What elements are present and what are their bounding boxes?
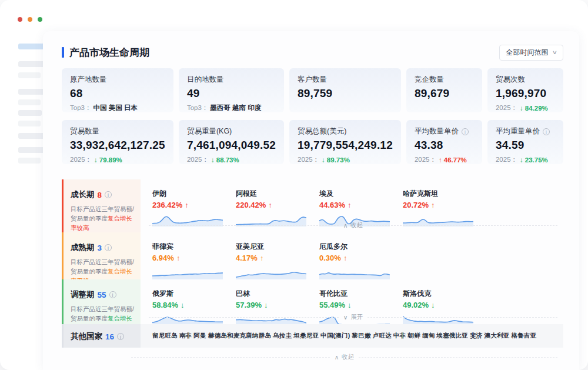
- arrow-up-icon: ↑: [268, 201, 272, 209]
- collapse-toggle[interactable]: ∧收起: [330, 353, 359, 361]
- stat-card-avg-quantity-price: 平均数量单价i 43.38 2025：↑46.77%: [406, 120, 482, 164]
- stat-card-trade-weight: 贸易重量(KG) 7,461,094,049.52 2025：↓88.73%: [179, 120, 284, 164]
- arrow-down-icon: ↓: [211, 156, 215, 164]
- window-minimize-button[interactable]: [28, 17, 32, 22]
- window-zoom-button[interactable]: [38, 17, 42, 22]
- dashboard-panel: 产品市场生命周期 全部时间范围 ∨ 原产地数量 68 Top3：中国 美国 日本…: [43, 31, 579, 370]
- stage-label-adjustment: 调整期 55 i 目标产品近三年贸易额/贸易量的季度复合增长率呈负: [62, 279, 141, 324]
- arrow-down-icon: ↓: [94, 156, 98, 164]
- stage-row-growth: 成长期 8 i 目标产品近三年贸易额/贸易量的季度复合增长率较高 伊朗 236.…: [62, 179, 563, 232]
- title-accent-bar: [62, 47, 64, 58]
- stat-card-competitor-count: 竞企数量 89,679: [406, 68, 482, 112]
- stage-charts-maturity: 菲律宾 6.94%↑ 亚美尼亚 4.17%↑ 厄瓜多尔 0.30%↑: [141, 232, 563, 279]
- arrow-down-icon: ↓: [348, 301, 352, 309]
- collapse-divider: ∧收起: [149, 221, 557, 229]
- sidebar-item[interactable]: [18, 121, 41, 126]
- sidebar-item[interactable]: [18, 110, 42, 116]
- stage-row-maturity: 成熟期 3 i 目标产品近三年贸易额/贸易量的季度复合增长率平稳 菲律宾 6.9…: [62, 232, 563, 279]
- chevron-up-icon: ∧: [343, 222, 348, 229]
- arrow-up-icon: ↑: [348, 201, 352, 209]
- arrow-down-icon: ↓: [181, 301, 185, 309]
- country-trend-armenia[interactable]: 亚美尼亚 4.17%↑: [236, 242, 319, 279]
- sidebar-item[interactable]: [18, 89, 45, 95]
- stage-count: 8: [98, 191, 102, 199]
- app-window: 产品市场生命周期 全部时间范围 ∨ 原产地数量 68 Top3：中国 美国 日本…: [0, 0, 588, 370]
- window-controls: [18, 17, 42, 22]
- sparkline-chart: [152, 264, 223, 279]
- stats-grid: 原产地数量 68 Top3：中国 美国 日本 目的地数量 49 Top3：墨西哥…: [62, 68, 563, 164]
- arrow-up-icon: ↑: [176, 254, 181, 262]
- arrow-down-icon: ↓: [264, 301, 268, 309]
- page-title: 产品市场生命周期: [62, 46, 149, 59]
- lifecycle-section: 成长期 8 i 目标产品近三年贸易额/贸易量的季度复合增长率较高 伊朗 236.…: [62, 179, 563, 361]
- page-title-text: 产品市场生命周期: [69, 46, 149, 59]
- info-icon[interactable]: i: [117, 333, 124, 340]
- stage-count: 3: [98, 244, 102, 252]
- info-icon[interactable]: i: [462, 128, 469, 135]
- chevron-up-icon: ∧: [335, 354, 339, 361]
- arrow-down-icon: ↓: [520, 105, 523, 112]
- collapse-divider-bottom: ∧收起: [131, 353, 557, 361]
- arrow-up-icon: ↑: [439, 156, 442, 164]
- collapse-toggle[interactable]: ∧收起: [339, 221, 368, 229]
- country-trend-ecuador[interactable]: 厄瓜多尔 0.30%↑: [319, 242, 403, 279]
- stat-card-destination-count: 目的地数量 49 Top3：墨西哥 越南 印度: [179, 68, 284, 112]
- panel-header: 产品市场生命周期 全部时间范围 ∨: [62, 31, 563, 61]
- stat-card-trade-total: 贸易总额(美元) 19,779,554,249.12 2025：↓89.73%: [289, 120, 401, 164]
- expand-toggle[interactable]: ∨展开: [339, 313, 368, 321]
- stage-row-adjustment: 调整期 55 i 目标产品近三年贸易额/贸易量的季度复合增长率呈负 俄罗斯 58…: [62, 279, 563, 324]
- time-range-value: 全部时间范围: [506, 48, 548, 58]
- stat-card-avg-weight-price: 平均重量单价i 34.59 2025：↓23.75%: [487, 120, 563, 164]
- stage-label-growth: 成长期 8 i 目标产品近三年贸易额/贸易量的季度复合增长率较高: [62, 179, 141, 232]
- country-trend-philippines[interactable]: 菲律宾 6.94%↑: [152, 242, 236, 279]
- stage-count: 55: [98, 291, 106, 299]
- stat-card-trade-quantity: 贸易数量 33,932,642,127.25 2025：↓79.89%: [62, 120, 173, 164]
- window-close-button[interactable]: [18, 17, 22, 22]
- time-range-dropdown[interactable]: 全部时间范围 ∨: [499, 45, 563, 61]
- info-icon[interactable]: i: [105, 191, 112, 198]
- sidebar-item[interactable]: [18, 158, 41, 164]
- stat-card-origin-count: 原产地数量 68 Top3：中国 美国 日本: [62, 68, 173, 112]
- sidebar-item[interactable]: [18, 72, 41, 78]
- arrow-down-icon: ↓: [322, 156, 325, 164]
- arrow-up-icon: ↑: [260, 254, 264, 262]
- info-icon[interactable]: i: [105, 244, 112, 251]
- info-icon[interactable]: i: [543, 128, 550, 135]
- arrow-down-icon: ↓: [431, 301, 435, 309]
- stat-card-customer-count: 客户数量 89,759: [289, 68, 401, 112]
- arrow-up-icon: ↑: [431, 201, 435, 209]
- expand-divider: ∨展开: [149, 313, 557, 321]
- sidebar-item[interactable]: [18, 99, 41, 105]
- stage-label-others: 其他国家 16 i: [62, 324, 141, 348]
- other-countries-list[interactable]: 留尼旺岛 南非 阿曼 赫德岛和麦克唐纳群岛 乌拉圭 坦桑尼亚 中国(澳门) 黎巴…: [141, 324, 563, 348]
- stage-label-maturity: 成熟期 3 i 目标产品近三年贸易额/贸易量的季度复合增长率平稳: [62, 232, 141, 279]
- arrow-down-icon: ↓: [520, 156, 523, 164]
- chevron-down-icon: ∨: [343, 314, 348, 321]
- arrow-up-icon: ↑: [185, 201, 189, 209]
- sidebar-item[interactable]: [18, 147, 45, 153]
- sidebar-item[interactable]: [18, 61, 45, 67]
- arrow-up-icon: ↑: [343, 254, 348, 262]
- sparkline-chart: [319, 264, 390, 279]
- sparkline-chart: [236, 264, 306, 279]
- sidebar-item[interactable]: [18, 133, 45, 139]
- sidebar-item-active[interactable]: [18, 44, 45, 49]
- stat-card-trade-times: 贸易次数 1,969,970 2025：↓84.29%: [487, 68, 563, 112]
- chevron-down-icon: ∨: [552, 49, 557, 55]
- stage-count: 16: [105, 332, 114, 341]
- stage-row-others: 其他国家 16 i 留尼旺岛 南非 阿曼 赫德岛和麦克唐纳群岛 乌拉圭 坦桑尼亚…: [62, 324, 563, 348]
- info-icon[interactable]: i: [109, 291, 116, 298]
